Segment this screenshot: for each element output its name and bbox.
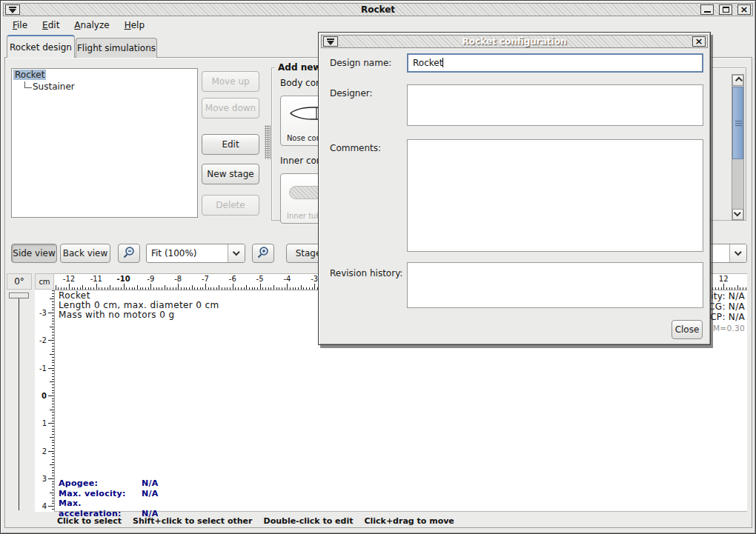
hint-double-click: Double-click to edit [264,516,354,526]
text-caret [442,58,443,67]
maximize-button[interactable] [719,4,732,15]
splitter-grip[interactable] [265,125,271,159]
left-ruler: -3-2-101234 [35,290,54,512]
tree-connector [24,81,32,88]
new-stage-button[interactable]: New stage [202,164,259,184]
tree-item-rocket[interactable]: Rocket [12,69,197,81]
move-down-button[interactable]: Move down [202,98,259,119]
revision-history-textarea[interactable] [407,262,703,308]
window-menu-button[interactable] [5,4,20,15]
minimize-icon [704,11,711,13]
main-window: Rocket × File Edit Analyze Help Rocket d… [0,0,756,534]
designer-label: Designer: [330,88,373,99]
minimize-button[interactable] [700,4,714,15]
edit-button[interactable]: Edit [202,134,259,155]
comments-label: Comments: [330,143,381,153]
move-up-button[interactable]: Move up [202,71,259,92]
main-titlebar[interactable]: Rocket × [3,3,753,16]
flight-stats: Apogee:N/A Max. velocity:N/A Max. accele… [59,478,159,518]
menu-edit[interactable]: Edit [39,18,62,33]
rotation-value: 0° [7,273,32,290]
dialog-titlebar[interactable]: Rocket configuration × [321,35,708,48]
window-menu-icon [8,6,17,14]
back-view-button[interactable]: Back view [60,244,110,263]
zoom-level-value: Fit (100%) [147,244,228,262]
rotation-slider-track[interactable] [19,296,19,510]
ruler-unit-label: cm [35,273,54,290]
dialog-title: Rocket configuration [322,36,707,47]
statusbar: Click to select Shift+click to select ot… [5,513,751,528]
menu-analyze[interactable]: Analyze [71,18,112,33]
scroll-up-button[interactable] [732,75,743,86]
close-button[interactable]: × [737,4,751,15]
menubar: File Edit Analyze Help [4,17,752,33]
combo-arrow[interactable] [729,244,746,262]
chevron-down-icon [734,209,741,216]
designer-textarea[interactable] [407,84,703,126]
chevron-up-icon [735,77,743,84]
dialog-close-button[interactable]: × [692,36,706,47]
dialog-close-action-button[interactable]: Close [672,320,703,339]
component-tree[interactable]: Rocket Sustainer [11,68,198,218]
zoom-in-icon [256,246,270,261]
close-icon: × [695,38,703,45]
hint-click-select: Click to select [57,516,122,526]
add-new-scrollbar[interactable] [732,74,744,221]
scroll-thumb[interactable] [732,87,743,159]
thumb-grip [735,121,742,127]
comments-textarea[interactable] [407,139,703,252]
rocket-configuration-dialog: Rocket configuration × Design name: Rock… [318,32,711,345]
window-title: Rocket [4,4,752,15]
chevron-down-icon [232,248,239,256]
revision-history-label: Revision history: [330,268,402,278]
zoom-out-button[interactable] [118,244,140,263]
rotation-slider-handle[interactable] [9,293,29,298]
hint-click-drag: Click+drag to move [364,516,454,526]
zoom-in-button[interactable] [252,244,274,263]
scroll-down-button[interactable] [732,209,743,220]
maximize-icon [723,7,729,13]
rocket-info-text: Rocket Length 0 cm, max. diameter 0 cm M… [59,291,219,320]
window-menu-icon [326,38,335,46]
tab-flight-simulations[interactable]: Flight simulations [76,38,157,58]
design-name-input[interactable]: Rocket [407,53,703,73]
menu-help[interactable]: Help [122,18,147,33]
design-name-label: Design name: [330,58,391,68]
side-view-button[interactable]: Side view [11,244,57,263]
zoom-level-combobox[interactable]: Fit (100%) [146,244,245,263]
zoom-out-icon [122,246,136,261]
close-icon: × [740,6,749,13]
tab-rocket-design[interactable]: Rocket design [7,35,75,58]
tree-item-sustainer[interactable]: Sustainer [12,81,197,93]
delete-button[interactable]: Delete [202,195,259,216]
chevron-down-icon [734,248,741,256]
hint-shift-click: Shift+click to select other [133,516,253,526]
dialog-window-menu-button[interactable] [323,36,338,47]
menu-file[interactable]: File [10,18,30,33]
max-velocity-row: Max. velocity:N/A [59,489,159,499]
combo-arrow[interactable] [228,244,245,262]
apogee-row: Apogee:N/A [59,478,159,489]
